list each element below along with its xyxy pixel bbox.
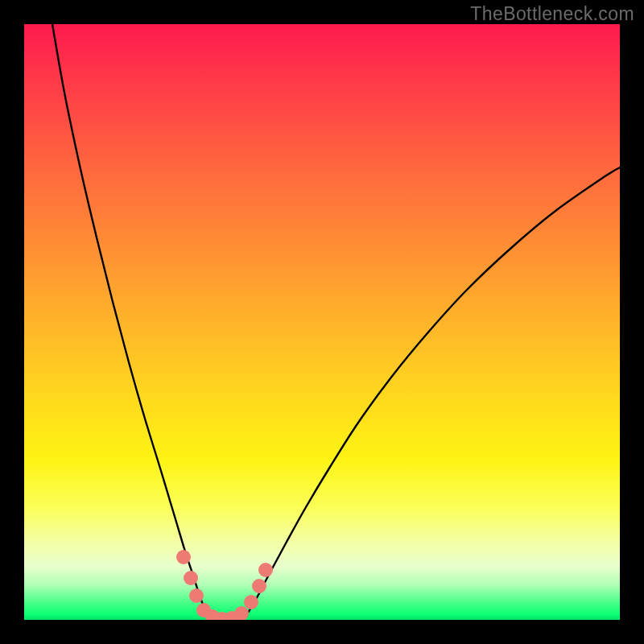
watermark-text: TheBottleneck.com — [470, 3, 634, 25]
bottleneck-curve — [52, 24, 620, 619]
data-marker — [252, 579, 266, 593]
data-marker — [258, 563, 273, 577]
data-marker — [234, 606, 249, 620]
curve-group — [52, 24, 620, 619]
data-marker — [184, 571, 198, 585]
data-marker — [189, 588, 204, 603]
chart-svg — [24, 24, 620, 620]
data-marker — [176, 550, 191, 564]
chart-plot-area — [24, 24, 620, 620]
chart-frame: TheBottleneck.com — [0, 0, 644, 644]
data-marker — [244, 595, 258, 609]
marker-group — [176, 550, 273, 620]
